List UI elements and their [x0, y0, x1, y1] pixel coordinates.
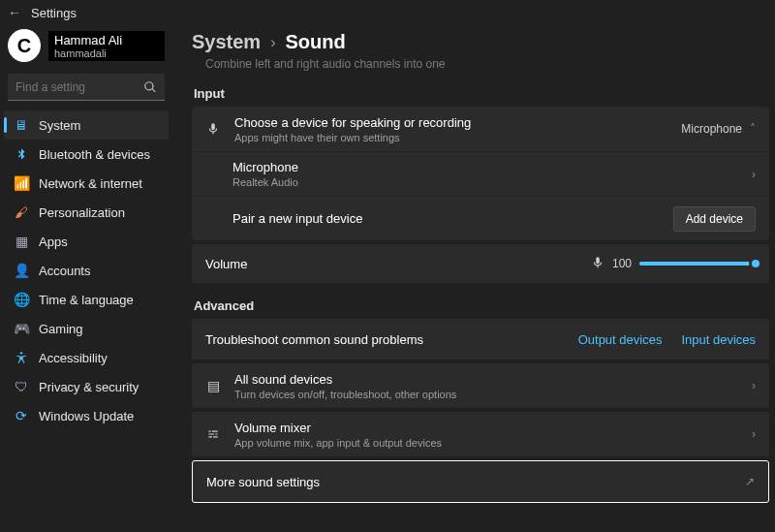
sidebar-item-label: Network & internet	[39, 176, 142, 191]
row-title: Troubleshoot common sound problems	[205, 332, 565, 347]
sidebar-item-system[interactable]: 🖥 System	[4, 110, 169, 140]
row-title: More sound settings	[206, 475, 731, 489]
section-label-advanced: Advanced	[194, 298, 769, 313]
sidebar-item-label: Bluetooth & devices	[39, 147, 150, 162]
sidebar-item-gaming[interactable]: 🎮 Gaming	[4, 314, 169, 343]
avatar: C	[8, 29, 41, 62]
breadcrumb: System › Sound	[192, 25, 769, 55]
bluetooth-icon	[14, 147, 29, 161]
sidebar-item-label: Time & language	[39, 293, 134, 307]
sidebar-item-personalization[interactable]: 🖌 Personalization	[4, 198, 169, 227]
row-subtitle: Turn devices on/off, troubleshoot, other…	[234, 389, 738, 400]
volume-value: 100	[612, 257, 632, 270]
update-icon: ⟳	[14, 408, 29, 423]
choose-input-device-row[interactable]: Choose a device for speaking or recordin…	[192, 107, 769, 151]
section-label-input: Input	[194, 86, 769, 101]
row-subtitle: Apps might have their own settings	[234, 132, 667, 143]
input-devices-link[interactable]: Input devices	[681, 332, 756, 347]
chevron-right-icon: ›	[270, 34, 275, 51]
apps-icon: ▦	[14, 234, 29, 249]
breadcrumb-parent[interactable]: System	[192, 31, 261, 53]
slider-thumb[interactable]	[749, 257, 762, 270]
row-title: All sound devices	[234, 372, 738, 387]
microphone-icon	[591, 256, 604, 272]
wifi-icon: 📶	[14, 175, 29, 191]
user-block[interactable]: C Hammad Ali hammadali	[0, 25, 172, 70]
search-input[interactable]	[8, 74, 165, 101]
brush-icon: 🖌	[14, 204, 29, 220]
sidebar-item-network[interactable]: 📶 Network & internet	[4, 169, 169, 198]
back-icon[interactable]: ←	[8, 5, 21, 20]
sidebar-item-label: Gaming	[39, 322, 83, 336]
microphone-row[interactable]: Microphone Realtek Audio ›	[192, 151, 769, 196]
sidebar-item-label: Accessibility	[39, 351, 108, 365]
display-icon: 🖥	[14, 117, 29, 133]
sidebar-item-label: Windows Update	[39, 409, 134, 423]
user-id: hammadali	[54, 47, 159, 59]
chevron-right-icon: ›	[752, 427, 756, 441]
sidebar-item-bluetooth[interactable]: Bluetooth & devices	[4, 140, 169, 169]
more-sound-settings-row[interactable]: More sound settings ↗	[192, 460, 769, 503]
selected-device-value: Microphone	[681, 122, 742, 136]
mixer-icon	[205, 427, 221, 441]
window-title: Settings	[31, 6, 77, 20]
open-external-icon: ↗	[745, 475, 755, 488]
nav-list: 🖥 System Bluetooth & devices 📶 Network &…	[0, 110, 172, 430]
chevron-right-icon: ›	[752, 379, 756, 392]
all-sound-devices-row[interactable]: ▤ All sound devices Turn devices on/off,…	[192, 363, 769, 408]
sidebar-item-label: Privacy & security	[39, 380, 139, 394]
svg-point-0	[20, 352, 22, 354]
sidebar-item-label: System	[39, 118, 80, 133]
sidebar-item-accessibility[interactable]: Accessibility	[4, 343, 169, 372]
user-name: Hammad Ali	[54, 33, 159, 47]
microphone-icon	[205, 122, 221, 136]
user-info: Hammad Ali hammadali	[48, 31, 165, 61]
pair-device-row: Pair a new input device Add device	[192, 196, 769, 240]
sidebar-item-apps[interactable]: ▦ Apps	[4, 227, 169, 256]
person-icon: 👤	[14, 263, 29, 278]
shield-icon: 🛡	[14, 379, 29, 394]
row-title: Pair a new input device	[232, 211, 660, 226]
row-title: Choose a device for speaking or recordin…	[234, 115, 667, 130]
sidebar-item-privacy[interactable]: 🛡 Privacy & security	[4, 372, 169, 401]
breadcrumb-current: Sound	[285, 31, 345, 53]
row-title: Microphone	[232, 160, 738, 174]
sidebar-item-label: Apps	[39, 235, 68, 249]
chevron-up-icon: ˄	[750, 122, 756, 136]
troubleshoot-row: Troubleshoot common sound problems Outpu…	[192, 319, 769, 360]
sidebar-item-time-language[interactable]: 🌐 Time & language	[4, 285, 169, 314]
sidebar-item-label: Personalization	[39, 205, 125, 220]
sidebar-item-update[interactable]: ⟳ Windows Update	[4, 401, 169, 430]
input-volume-row: Volume 100	[192, 244, 769, 283]
volume-mixer-row[interactable]: Volume mixer App volume mix, app input &…	[192, 412, 769, 456]
input-group: Choose a device for speaking or recordin…	[192, 107, 769, 240]
sidebar: C Hammad Ali hammadali 🖥 System	[0, 25, 174, 532]
selected-device-dropdown[interactable]: Microphone ˄	[681, 122, 756, 136]
truncated-row-text: Combine left and right audio channels in…	[192, 57, 769, 71]
add-device-button[interactable]: Add device	[673, 206, 756, 232]
row-subtitle: Realtek Audio	[232, 176, 738, 188]
row-title: Volume	[205, 257, 577, 271]
gamepad-icon: 🎮	[14, 321, 29, 336]
accessibility-icon	[14, 351, 29, 364]
sidebar-item-label: Accounts	[39, 264, 90, 278]
volume-slider[interactable]	[639, 262, 756, 266]
main-content: System › Sound Combine left and right au…	[174, 25, 775, 532]
output-devices-link[interactable]: Output devices	[578, 332, 663, 347]
globe-icon: 🌐	[14, 292, 29, 307]
sidebar-item-accounts[interactable]: 👤 Accounts	[4, 256, 169, 285]
row-title: Volume mixer	[234, 421, 738, 435]
devices-list-icon: ▤	[205, 378, 221, 393]
search-field[interactable]	[8, 74, 165, 101]
chevron-right-icon: ›	[752, 168, 756, 181]
row-subtitle: App volume mix, app input & output devic…	[234, 437, 738, 449]
titlebar: ← Settings	[0, 0, 775, 25]
